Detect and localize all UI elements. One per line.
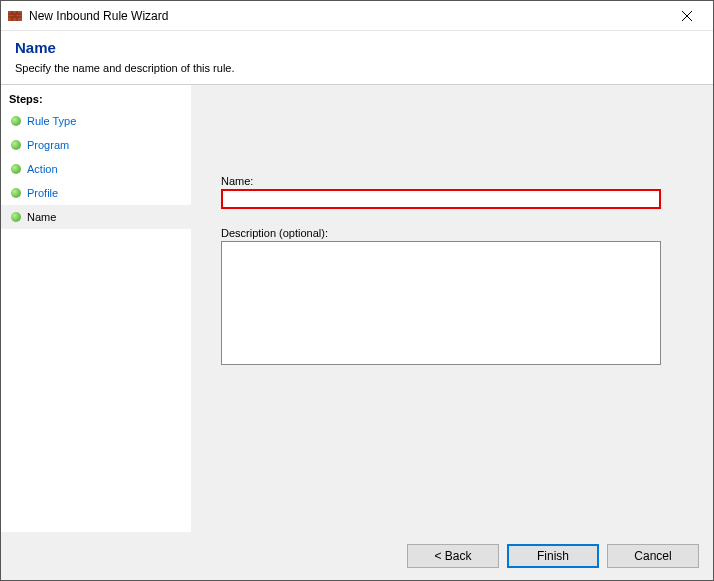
step-name[interactable]: Name [1, 205, 191, 229]
steps-heading: Steps: [1, 93, 191, 109]
description-label: Description (optional): [221, 227, 683, 239]
wizard-window: New Inbound Rule Wizard Name Specify the… [0, 0, 714, 581]
step-label: Profile [27, 187, 58, 199]
finish-button[interactable]: Finish [507, 544, 599, 568]
step-label: Rule Type [27, 115, 76, 127]
step-program[interactable]: Program [1, 133, 191, 157]
window-title: New Inbound Rule Wizard [29, 9, 667, 23]
wizard-header: Name Specify the name and description of… [1, 31, 713, 85]
bullet-icon [11, 188, 21, 198]
bullet-icon [11, 116, 21, 126]
step-rule-type[interactable]: Rule Type [1, 109, 191, 133]
step-label: Program [27, 139, 69, 151]
bullet-icon [11, 164, 21, 174]
step-label: Action [27, 163, 58, 175]
close-icon [682, 8, 692, 24]
page-title: Name [15, 39, 699, 56]
cancel-button[interactable]: Cancel [607, 544, 699, 568]
name-label: Name: [221, 175, 683, 187]
steps-sidebar: Steps: Rule Type Program Action Profile … [1, 85, 191, 532]
close-button[interactable] [667, 2, 707, 30]
name-input[interactable] [223, 191, 659, 207]
button-bar: < Back Finish Cancel [1, 532, 713, 580]
step-label: Name [27, 211, 56, 223]
content-pane: Name: Description (optional): [191, 85, 713, 532]
step-profile[interactable]: Profile [1, 181, 191, 205]
titlebar: New Inbound Rule Wizard [1, 1, 713, 31]
back-button[interactable]: < Back [407, 544, 499, 568]
description-textarea[interactable] [221, 241, 661, 365]
step-action[interactable]: Action [1, 157, 191, 181]
name-input-highlight [221, 189, 661, 209]
bullet-icon [11, 212, 21, 222]
firewall-icon [7, 8, 23, 24]
wizard-body: Steps: Rule Type Program Action Profile … [1, 85, 713, 532]
bullet-icon [11, 140, 21, 150]
page-subtitle: Specify the name and description of this… [15, 62, 699, 74]
